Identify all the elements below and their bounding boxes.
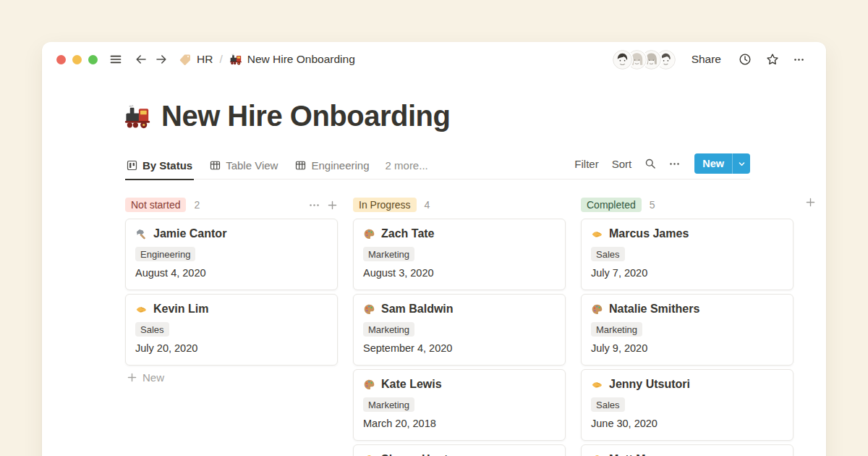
- view-options-icon[interactable]: [669, 162, 680, 166]
- card-kate-lewis[interactable]: Kate Lewis Marketing March 20, 2018: [353, 369, 566, 441]
- column-options-icon[interactable]: [309, 203, 320, 207]
- breadcrumb-workspace[interactable]: HR: [197, 53, 213, 66]
- award-icon: [363, 454, 375, 456]
- column-count: 2: [194, 199, 200, 211]
- card-name: Zach Tate: [381, 227, 435, 240]
- star-icon[interactable]: [766, 53, 779, 66]
- search-icon[interactable]: [644, 158, 656, 169]
- sort-button[interactable]: Sort: [612, 158, 632, 170]
- department-tag: Engineering: [135, 247, 195, 261]
- tab-table-view[interactable]: Table View: [208, 159, 279, 179]
- department-tag: Sales: [591, 397, 625, 412]
- card-shawn-hunt[interactable]: Shawn Hunt: [353, 444, 566, 456]
- window-topbar: HR / New Hire Onboarding Share: [42, 42, 826, 77]
- column-header: Completed 5: [581, 195, 793, 214]
- share-button[interactable]: Share: [692, 53, 721, 66]
- card-date: September 4, 2020: [363, 342, 556, 354]
- status-badge[interactable]: In Progress: [353, 198, 417, 212]
- status-badge[interactable]: Not started: [125, 198, 186, 212]
- add-card-icon[interactable]: [327, 200, 338, 211]
- card-name: Jenny Utsutori: [609, 378, 690, 391]
- breadcrumb-page[interactable]: New Hire Onboarding: [247, 53, 355, 66]
- card-marcus-james[interactable]: Marcus James Sales July 7, 2020: [581, 219, 793, 290]
- minimize-window-button[interactable]: [72, 55, 82, 64]
- card-date: July 9, 2020: [591, 342, 783, 354]
- tab-label: Table View: [226, 159, 278, 172]
- column-in-progress: In Progress 4 Zach Tate Marketing August…: [353, 195, 566, 456]
- palette-icon: [363, 379, 375, 391]
- palette-icon: [591, 303, 603, 316]
- close-window-button[interactable]: [56, 55, 66, 64]
- chevron-down-icon[interactable]: [733, 160, 750, 168]
- app-window: HR / New Hire Onboarding Share New Hire …: [42, 42, 826, 456]
- department-tag: Marketing: [591, 322, 642, 337]
- add-group-icon[interactable]: [805, 197, 816, 208]
- card-name: Sam Baldwin: [381, 303, 454, 316]
- tab-by-status[interactable]: By Status: [125, 159, 194, 180]
- more-options-icon[interactable]: [793, 58, 804, 62]
- card-name: Kevin Lim: [153, 303, 208, 316]
- table-view-icon: [210, 160, 221, 171]
- card-jenny-utsutori[interactable]: Jenny Utsutori Sales June 30, 2020: [581, 369, 793, 441]
- column-completed: Completed 5 Marcus James Sales July 7, 2…: [581, 195, 793, 456]
- table-view-icon: [295, 160, 306, 171]
- tag-icon: [179, 53, 192, 66]
- card-name: Matt Myers: [609, 453, 670, 456]
- tab-label: By Status: [142, 159, 192, 172]
- add-new-card-button[interactable]: New: [125, 371, 338, 384]
- card-name: Jamie Cantor: [153, 227, 226, 240]
- card-name: Natalie Smithers: [609, 303, 699, 316]
- more-views-button[interactable]: 2 more...: [386, 159, 428, 179]
- filter-button[interactable]: Filter: [574, 158, 598, 170]
- new-button[interactable]: New: [694, 153, 750, 174]
- view-tabs-row: By Status Table View Engineering 2 more.…: [125, 153, 750, 180]
- column-not-started: Not started 2 Jamie Cantor Engineering A…: [125, 195, 338, 456]
- plus-icon: [127, 372, 137, 383]
- avatar[interactable]: [613, 50, 632, 69]
- card-sam-baldwin[interactable]: Sam Baldwin Marketing September 4, 2020: [353, 294, 566, 366]
- card-date: July 20, 2020: [135, 342, 328, 354]
- column-count: 5: [650, 199, 655, 211]
- handshake-icon: [591, 379, 603, 391]
- award-icon: [591, 454, 603, 456]
- card-name: Marcus James: [609, 227, 689, 240]
- tab-label: Engineering: [311, 159, 369, 172]
- card-natalie-smithers[interactable]: Natalie Smithers Marketing July 9, 2020: [581, 294, 793, 366]
- hammer-icon: [135, 228, 148, 240]
- palette-icon: [363, 303, 375, 316]
- card-matt-myers[interactable]: Matt Myers: [581, 444, 793, 456]
- tab-engineering[interactable]: Engineering: [294, 159, 370, 179]
- card-date: June 30, 2020: [591, 418, 783, 429]
- department-tag: Sales: [591, 247, 625, 261]
- kanban-board: Not started 2 Jamie Cantor Engineering A…: [125, 195, 826, 456]
- card-date: August 3, 2020: [363, 267, 556, 279]
- breadcrumb-separator: /: [219, 53, 222, 66]
- card-date: March 20, 2018: [363, 418, 556, 429]
- page-title: New Hire Onboarding: [161, 100, 450, 132]
- status-badge[interactable]: Completed: [581, 198, 642, 212]
- train-icon: [229, 53, 242, 66]
- card-kevin-lim[interactable]: Kevin Lim Sales July 20, 2020: [125, 294, 338, 366]
- card-zach-tate[interactable]: Zach Tate Marketing August 3, 2020: [353, 219, 566, 290]
- back-arrow-icon[interactable]: [135, 53, 148, 66]
- zoom-window-button[interactable]: [88, 55, 98, 64]
- clock-icon[interactable]: [739, 53, 752, 66]
- column-header: Not started 2: [125, 195, 338, 214]
- palette-icon: [363, 228, 375, 240]
- card-date: August 4, 2020: [135, 267, 328, 279]
- menu-icon[interactable]: [109, 53, 122, 66]
- column-count: 4: [425, 199, 430, 211]
- page-header: New Hire Onboarding: [124, 100, 450, 132]
- breadcrumb: HR / New Hire Onboarding: [179, 53, 355, 66]
- window-controls: [56, 55, 98, 64]
- card-date: July 7, 2020: [591, 267, 783, 279]
- train-icon: [124, 103, 151, 130]
- handshake-icon: [135, 303, 148, 316]
- card-name: Shawn Hunt: [381, 453, 448, 456]
- handshake-icon: [591, 228, 603, 240]
- card-jamie-cantor[interactable]: Jamie Cantor Engineering August 4, 2020: [125, 219, 338, 290]
- card-name: Kate Lewis: [381, 378, 442, 391]
- forward-arrow-icon[interactable]: [155, 53, 168, 66]
- new-button-label: New: [694, 158, 732, 169]
- board-view-icon: [127, 160, 137, 171]
